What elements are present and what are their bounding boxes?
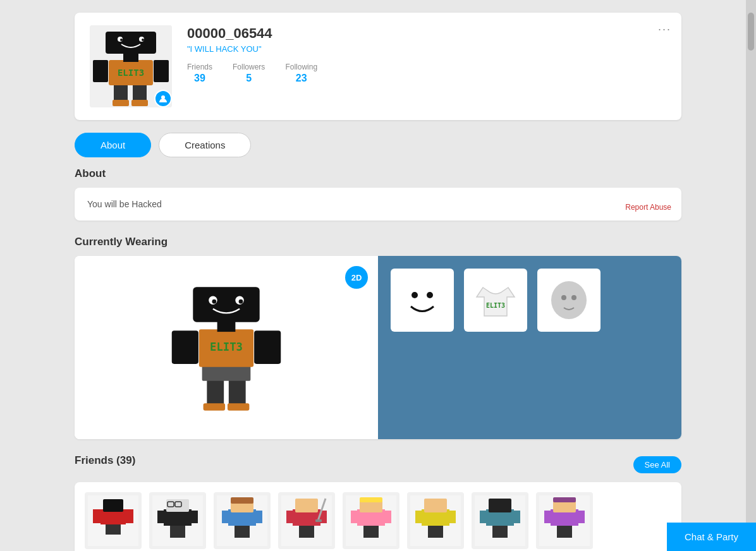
svg-rect-30 <box>228 403 250 411</box>
svg-rect-80 <box>360 497 382 502</box>
svg-rect-45 <box>125 509 133 523</box>
svg-point-38 <box>561 295 566 300</box>
svg-point-33 <box>427 292 433 298</box>
svg-rect-94 <box>489 499 511 512</box>
report-abuse-link[interactable]: Report Abuse <box>625 203 671 212</box>
followers-stat[interactable]: Followers 5 <box>233 63 265 84</box>
svg-rect-17 <box>229 377 246 407</box>
tab-creations[interactable]: Creations <box>159 133 251 157</box>
svg-rect-96 <box>557 524 564 538</box>
followers-value: 5 <box>246 73 252 84</box>
svg-rect-66 <box>307 524 314 538</box>
friend-item[interactable] <box>278 492 335 549</box>
svg-rect-82 <box>428 524 436 538</box>
svg-rect-92 <box>480 511 487 523</box>
svg-rect-16 <box>207 377 224 407</box>
svg-rect-65 <box>299 524 307 538</box>
svg-rect-63 <box>231 497 253 504</box>
wearing-preview: ELIT3 <box>75 256 378 439</box>
svg-rect-13 <box>113 100 129 106</box>
svg-rect-90 <box>500 524 508 538</box>
profile-info: 00000_06544 "I WILL HACK YOU" Friends 39… <box>187 25 666 84</box>
svg-rect-24 <box>193 287 259 322</box>
svg-rect-6 <box>154 60 169 82</box>
friend-item[interactable] <box>214 492 271 549</box>
svg-rect-22 <box>254 330 281 364</box>
tab-about[interactable]: About <box>75 133 151 157</box>
svg-rect-85 <box>415 511 423 523</box>
svg-rect-31 <box>397 275 448 325</box>
profile-stats: Friends 39 Followers 5 Following 23 <box>187 63 666 84</box>
profile-card: ELIT3 <box>75 13 681 120</box>
following-stat[interactable]: Following 23 <box>285 63 317 84</box>
svg-rect-100 <box>577 511 585 523</box>
about-section-title: About <box>75 167 681 180</box>
svg-point-28 <box>239 300 243 304</box>
svg-rect-5 <box>93 60 108 82</box>
svg-rect-29 <box>204 403 226 411</box>
wearing-item-face[interactable] <box>391 269 454 332</box>
svg-point-12 <box>142 39 144 41</box>
friends-section: Friends (39) See All <box>75 454 681 551</box>
chat-party-bar[interactable]: Chat & Party <box>667 523 756 551</box>
svg-rect-44 <box>93 509 102 523</box>
currently-wearing-section: Currently Wearing ELIT3 <box>75 236 681 439</box>
tabs-row: About Creations <box>75 133 681 157</box>
svg-rect-97 <box>564 524 572 538</box>
svg-rect-70 <box>295 499 318 512</box>
friends-section-title: Friends (39) <box>75 454 135 467</box>
friend-item[interactable] <box>343 492 399 549</box>
svg-rect-102 <box>553 497 576 502</box>
svg-rect-89 <box>492 524 500 538</box>
wearing-section-title: Currently Wearing <box>75 236 681 248</box>
svg-point-37 <box>551 281 587 319</box>
friends-header: Friends (39) See All <box>75 454 681 475</box>
svg-point-27 <box>212 300 216 304</box>
svg-rect-74 <box>363 524 371 538</box>
following-value: 23 <box>296 73 307 84</box>
svg-rect-52 <box>190 511 198 523</box>
wearing-items-panel: ELIT3 <box>378 256 681 439</box>
svg-rect-21 <box>172 330 198 364</box>
friend-item[interactable] <box>149 492 206 549</box>
svg-point-11 <box>120 39 123 41</box>
wearing-card: ELIT3 <box>75 256 681 439</box>
svg-rect-14 <box>131 100 148 106</box>
svg-rect-77 <box>351 511 358 523</box>
2d-badge[interactable]: 2D <box>345 266 368 289</box>
wearing-item-shirt[interactable]: ELIT3 <box>464 269 527 332</box>
see-all-button[interactable]: See All <box>633 456 681 473</box>
svg-text:ELIT3: ELIT3 <box>210 341 243 353</box>
svg-rect-60 <box>222 511 229 523</box>
svg-text:ELIT3: ELIT3 <box>486 302 505 309</box>
about-description: You will be Hacked <box>87 199 162 209</box>
friends-grid <box>75 482 681 551</box>
friends-label: Friends <box>187 63 212 71</box>
profile-tagline: "I WILL HACK YOU" <box>187 44 666 54</box>
more-menu-button[interactable]: ··· <box>658 23 671 36</box>
friends-stat[interactable]: Friends 39 <box>187 63 212 84</box>
svg-rect-53 <box>166 499 189 512</box>
svg-rect-87 <box>424 499 447 512</box>
wearing-item-head[interactable] <box>537 269 601 332</box>
svg-point-39 <box>571 295 576 300</box>
svg-rect-78 <box>384 511 391 523</box>
svg-rect-75 <box>371 524 379 538</box>
svg-point-32 <box>412 292 418 298</box>
svg-rect-57 <box>235 524 242 538</box>
friend-item[interactable] <box>536 492 593 549</box>
svg-rect-99 <box>544 511 552 523</box>
friend-item[interactable] <box>472 492 528 549</box>
svg-rect-49 <box>178 524 185 538</box>
friend-item[interactable] <box>407 492 464 549</box>
followers-label: Followers <box>233 63 265 71</box>
about-box: You will be Hacked Report Abuse <box>75 188 681 221</box>
svg-rect-83 <box>436 524 443 538</box>
svg-rect-48 <box>170 524 178 538</box>
scrollbar[interactable] <box>746 0 756 551</box>
svg-text:ELIT3: ELIT3 <box>118 68 144 78</box>
friend-item[interactable] <box>85 492 142 549</box>
svg-rect-72 <box>315 519 322 522</box>
svg-rect-68 <box>286 511 294 523</box>
svg-rect-86 <box>448 511 456 523</box>
